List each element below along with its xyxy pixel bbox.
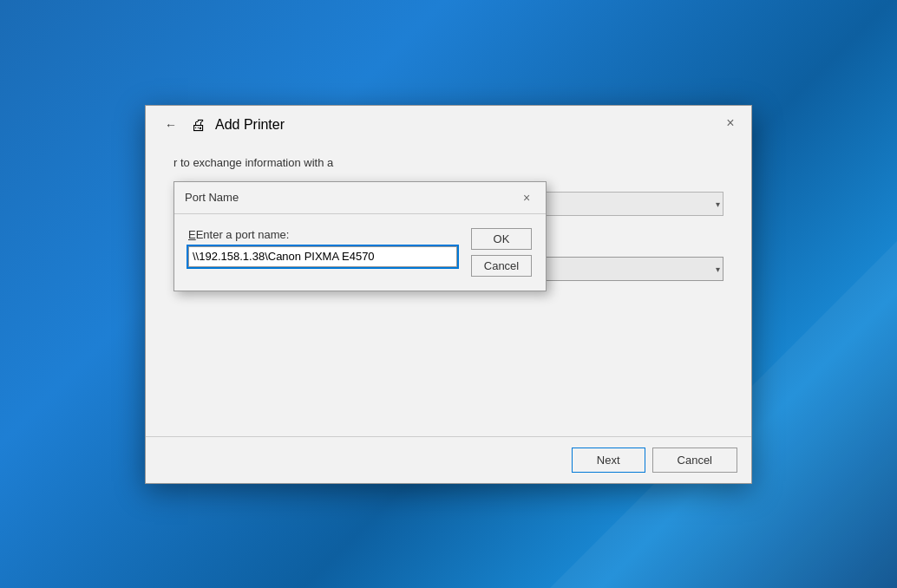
port-name-form: EEnter a port name: <box>188 228 457 277</box>
port-name-title-bar: Port Name × <box>174 182 546 214</box>
main-close-button[interactable]: × <box>720 113 741 134</box>
dialog-title: Add Printer <box>215 117 285 133</box>
cancel-button[interactable]: Cancel <box>652 448 737 473</box>
content-wrapper: Port Name × EEnter a port name: OK Cance… <box>174 155 723 281</box>
back-button[interactable]: ← <box>160 116 182 134</box>
next-button[interactable]: Next <box>572 448 645 473</box>
printer-icon: 🖨 <box>191 116 206 134</box>
port-name-cancel-button[interactable]: Cancel <box>471 255 532 277</box>
port-name-close-button[interactable]: × <box>518 189 535 206</box>
dialog-footer: Next Cancel <box>146 436 751 483</box>
dialog-content: Port Name × EEnter a port name: OK Cance… <box>146 141 751 436</box>
port-name-title: Port Name <box>185 191 239 204</box>
description-text: r to exchange information with a <box>174 155 723 171</box>
port-name-dialog: Port Name × EEnter a port name: OK Cance… <box>174 181 547 291</box>
add-printer-dialog: ← 🖨 Add Printer × Port Name × EEnter a p… <box>145 105 752 484</box>
dialog-title-bar: ← 🖨 Add Printer × <box>146 106 751 141</box>
port-name-buttons: OK Cancel <box>471 228 532 277</box>
port-name-input[interactable] <box>188 246 457 267</box>
enter-port-label: EEnter a port name: <box>188 228 457 241</box>
port-name-content: EEnter a port name: OK Cancel <box>174 214 546 291</box>
port-name-ok-button[interactable]: OK <box>471 228 532 250</box>
